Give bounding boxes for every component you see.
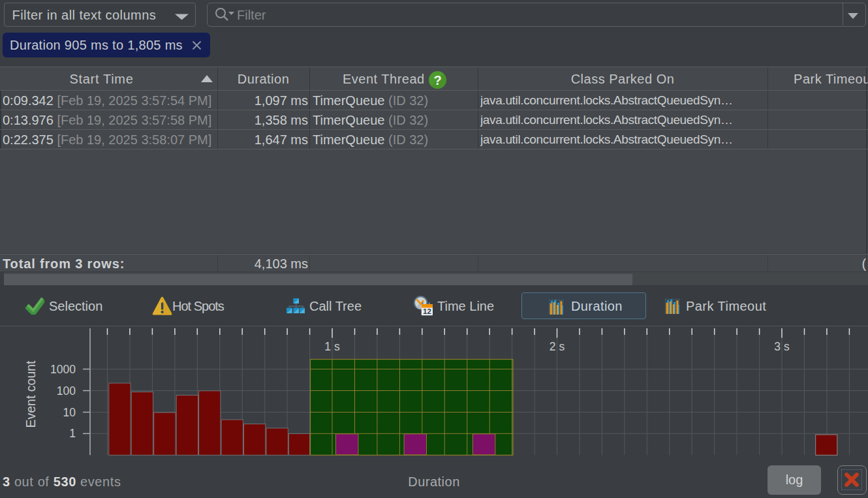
svg-text:10: 10 bbox=[63, 406, 76, 419]
svg-text:Event count: Event count bbox=[23, 360, 38, 428]
svg-text:1000: 1000 bbox=[50, 363, 76, 376]
svg-text:3 s: 3 s bbox=[774, 340, 790, 353]
svg-text:12: 12 bbox=[423, 307, 431, 315]
svg-text:1 s: 1 s bbox=[324, 340, 340, 353]
svg-text:?: ? bbox=[433, 73, 441, 87]
svg-text:100: 100 bbox=[57, 384, 76, 397]
svg-text:1: 1 bbox=[69, 427, 76, 440]
svg-text:2 s: 2 s bbox=[550, 340, 565, 353]
